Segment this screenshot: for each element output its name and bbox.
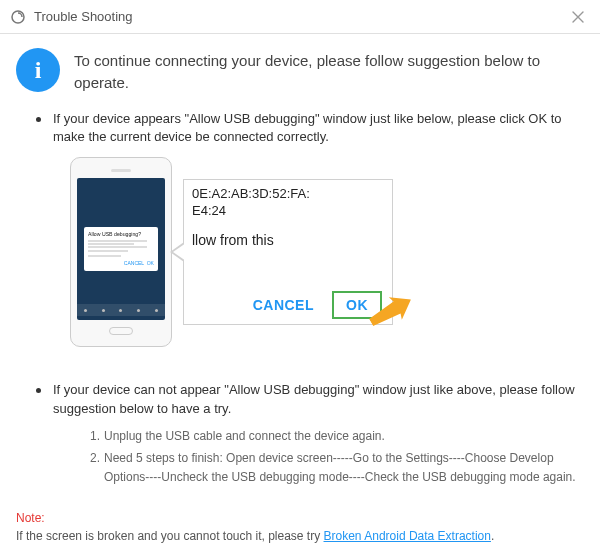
close-icon (571, 10, 585, 24)
note-label: Note: (16, 511, 45, 525)
bullet-dot-icon (36, 117, 41, 122)
headline-text: To continue connecting your device, plea… (74, 48, 584, 94)
close-button[interactable] (566, 5, 590, 29)
broken-android-link[interactable]: Broken Android Data Extraction (324, 529, 491, 543)
bullet-dot-icon (36, 388, 41, 393)
bullet-item-1: If your device appears "Allow USB debugg… (36, 110, 584, 148)
steps-list: 1. Unplug the USB cable and connect the … (36, 419, 584, 487)
step-1: 1. Unplug the USB cable and connect the … (90, 427, 584, 446)
illustration: Allow USB debugging? CANCEL OK 0E:A2:AB:… (70, 157, 584, 347)
window-title: Trouble Shooting (34, 9, 133, 24)
note-text-prefix: If the screen is broken and you cannot t… (16, 529, 324, 543)
phone-mockup: Allow USB debugging? CANCEL OK (70, 157, 172, 347)
zoom-fingerprint-line2: E4:24 (192, 203, 384, 220)
mini-dialog: Allow USB debugging? CANCEL OK (84, 227, 158, 271)
bullet-text-1: If your device appears "Allow USB debugg… (53, 110, 584, 148)
zoom-checkbox-text: llow from this (192, 232, 384, 248)
app-icon (10, 9, 26, 25)
step-2: 2. Need 5 steps to finish: Open device s… (90, 449, 584, 486)
bullet-item-2: If your device can not appear "Allow USB… (36, 381, 584, 419)
footer-note: Note: If the screen is broken and you ca… (16, 509, 584, 545)
titlebar: Trouble Shooting (0, 0, 600, 34)
content: i To continue connecting your device, pl… (0, 34, 600, 499)
zoom-fingerprint-line1: 0E:A2:AB:3D:52:FA: (192, 186, 384, 203)
info-icon: i (16, 48, 60, 92)
dialog-cancel-button: CANCEL (253, 297, 314, 313)
bullet-text-2: If your device can not appear "Allow USB… (53, 381, 584, 419)
note-text-suffix: . (491, 529, 494, 543)
zoom-panel: 0E:A2:AB:3D:52:FA: E4:24 llow from this … (183, 179, 393, 325)
